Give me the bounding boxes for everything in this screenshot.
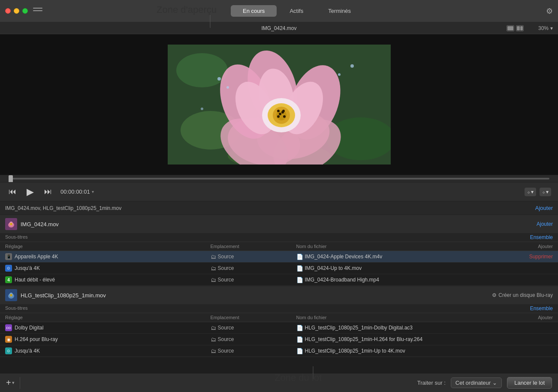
ensemble-link-1[interactable]: Ensemble [530,234,553,240]
file2-header: HLG_testClip_1080p25_1min.mov ⚙ Créer un… [0,286,558,304]
svg-point-28 [350,64,354,68]
settings-icon[interactable]: ⚙ [546,6,553,16]
skip-forward-button[interactable]: ⏭ [42,186,54,197]
close-button[interactable] [5,8,11,14]
filename-cell-2-3: 📄 HLG_testClip_1080p25_1min-Up to 4K.mov [296,348,502,354]
zoom-control[interactable]: 30% ▾ [538,25,553,31]
file2-col-headers: Réglage Emplacement Nom du fichier Ajout… [0,313,558,322]
filename-cell-2-1: 📄 HLG_testClip_1080p25_1min-Dolby Digita… [296,325,502,331]
col-emplacement-2: Emplacement [211,315,296,320]
split-view-icon[interactable] [516,25,524,31]
scrubber-bar[interactable] [0,175,558,183]
process-selector-value: Cet ordinateur [455,380,491,386]
folder-icon-2-1: 🗂 [211,325,216,331]
col-emplacement-1: Emplacement [211,244,296,249]
svg-point-24 [281,111,284,114]
file1-add-link[interactable]: Ajouter [537,221,553,227]
svg-point-22 [283,115,286,118]
col-action-add-2: Ajouter [501,315,553,320]
add-job-chevron-icon: ▾ [12,380,15,386]
folder-icon-1-3: 🗂 [211,277,216,283]
setting-icon-2-2: ◉ [5,336,12,343]
location-label-2-3: Source [218,348,234,354]
filename-cell-2-2: 📄 HLG_testClip_1080p25_1min-H.264 for Bl… [296,336,502,343]
file-doc-icon-1-1: 📄 [296,254,303,260]
traffic-lights [5,8,28,14]
process-label: Traiter sur : [417,380,446,386]
filename-label-1-1: IMG_0424-Apple Devices 4K.m4v [305,254,383,260]
clip-in-button[interactable]: ⬦ ▾ [525,188,536,196]
svg-point-19 [277,110,280,112]
sidebar-toggle[interactable] [33,8,42,15]
delete-btn-1-1[interactable]: Supprimer [529,254,553,260]
ensemble-link-2[interactable]: Ensemble [530,305,553,311]
preview-filename: IMG_0424.mov [261,25,296,31]
tab-en-cours[interactable]: En cours [231,5,277,17]
output-row-1-1[interactable]: 📱 Appareils Apple 4K 🗂 Source 📄 IMG_0424… [0,251,558,263]
titlebar: En cours Actifs Terminés ⚙ [0,0,558,22]
setting-icon-2-3: ⊙ [5,347,12,354]
footer-divider [20,377,20,389]
location-label-2-1: Source [218,325,234,331]
file2-action-label: Créer un disque Blu-ray [498,292,553,298]
setting-cell-1-1: 📱 Appareils Apple 4K [5,253,211,260]
skip-back-button[interactable]: ⏮ [7,186,18,197]
setting-icon-1-2: ⊙ [5,265,12,272]
file2-gear-action[interactable]: ⚙ Créer un disque Blu-ray [492,292,553,298]
playback-controls: ⏮ ▶ ⏭ 00:00:00:01 ▾ ⬦ ▾ ⬦ ▾ [0,183,558,201]
file2-subtitle-row: Sous-titres Ensemble [0,304,558,313]
setting-label-2-1: Dolby Digital [15,325,43,331]
clip-in-icon: ⬦ [527,189,530,195]
scrubber-handle[interactable] [9,175,13,183]
location-cell-2-2: 🗂 Source [211,336,296,343]
setting-icon-1-1: 📱 [5,253,12,260]
clip-out-button[interactable]: ⬦ ▾ [540,188,551,196]
timecode-value: 00:00:00:01 [60,189,90,195]
svg-point-1 [176,53,228,87]
add-job-button[interactable]: + ▾ [6,378,15,388]
batch-add-link[interactable]: Ajouter [535,205,553,211]
svg-point-21 [277,115,280,118]
setting-label-1-1: Appareils Apple 4K [15,254,58,260]
output-row-2-1[interactable]: DD Dolby Digital 🗂 Source 📄 HLG_testClip… [0,322,558,334]
file1-header: IMG_0424.mov Ajouter [0,215,558,233]
process-selector[interactable]: Cet ordinateur ⌄ [451,377,502,388]
setting-cell-2-3: ⊙ Jusqu'à 4K [5,347,211,354]
col-reglage-1: Réglage [5,244,211,249]
file1-thumbnail [5,218,17,230]
view-icons [507,25,524,31]
batch-files-label: IMG_0424.mov, HLG_testClip_1080p25_1min.… [5,205,121,211]
svg-point-23 [279,113,281,115]
location-label-1-1: Source [218,254,234,260]
file-doc-icon-1-2: 📄 [296,265,303,272]
single-view-icon[interactable] [507,25,514,31]
output-row-2-3[interactable]: ⊙ Jusqu'à 4K 🗂 Source 📄 HLG_testClip_108… [0,345,558,357]
setting-cell-2-1: DD Dolby Digital [5,324,211,331]
filename-label-2-3: HLG_testClip_1080p25_1min-Up to 4K.mov [305,348,405,354]
output-row-1-3[interactable]: 4 Haut débit - élevé 🗂 Source 📄 IMG_0424… [0,274,558,286]
location-cell-1-2: 🗂 Source [211,265,296,272]
file1-subtitle-row: Sous-titres Ensemble [0,233,558,242]
folder-icon-2-2: 🗂 [211,336,216,343]
file-group-2: HLG_testClip_1080p25_1min.mov ⚙ Créer un… [0,286,558,357]
timecode-display[interactable]: 00:00:00:01 ▾ [60,189,94,195]
batch-header: IMG_0424.mov, HLG_testClip_1080p25_1min.… [0,201,558,215]
minimize-button[interactable] [14,8,19,14]
setting-label-2-3: Jusqu'à 4K [15,348,40,354]
play-button[interactable]: ▶ [25,186,36,198]
tab-actifs[interactable]: Actifs [277,5,315,17]
zoom-value: 30% [538,25,549,31]
timecode-chevron-icon: ▾ [92,189,94,194]
start-batch-button[interactable]: Lancer le lot [507,377,552,389]
location-label-1-3: Source [218,277,234,283]
filename-cell-1-1: 📄 IMG_0424-Apple Devices 4K.m4v [296,254,502,260]
tab-termines[interactable]: Terminés [316,5,363,17]
folder-icon-1-2: 🗂 [211,265,216,272]
svg-point-27 [338,73,341,76]
fullscreen-button[interactable] [22,8,28,14]
output-row-1-2[interactable]: ⊙ Jusqu'à 4K 🗂 Source 📄 IMG_0424-Up to 4… [0,263,558,274]
file-doc-icon-2-1: 📄 [296,325,303,331]
output-row-2-2[interactable]: ◉ H.264 pour Blu-ray 🗂 Source 📄 HLG_test… [0,334,558,345]
gear-icon-2: ⚙ [492,292,497,298]
add-job-plus-icon: + [6,378,11,388]
